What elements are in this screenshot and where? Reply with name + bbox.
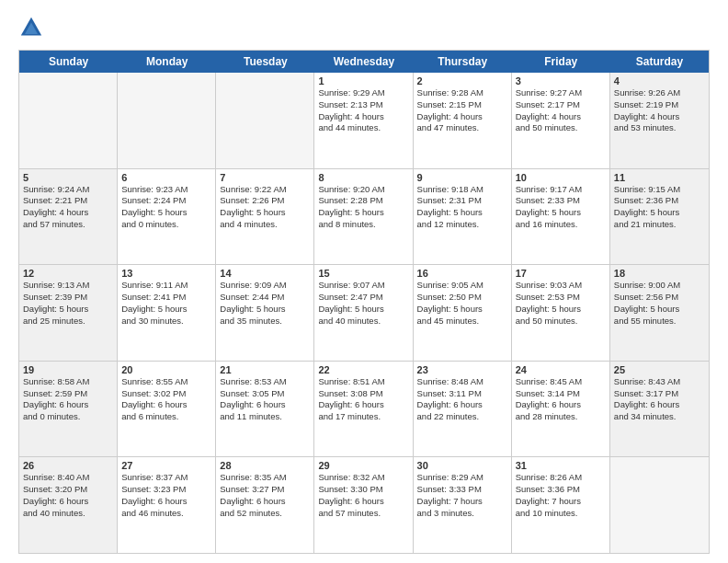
cell-line-2: Daylight: 5 hours	[121, 304, 187, 314]
cell-line-1: Sunset: 2:15 PM	[417, 99, 482, 109]
cell-line-1: Sunset: 2:24 PM	[121, 195, 186, 205]
calendar-cell-4-0: 26Sunrise: 8:40 AMSunset: 3:20 PMDayligh…	[19, 457, 118, 553]
cell-line-2: Daylight: 6 hours	[23, 399, 88, 409]
weekday-header-tuesday: Tuesday	[216, 51, 314, 73]
cell-line-1: Sunset: 3:02 PM	[121, 388, 186, 398]
calendar-cell-3-4: 23Sunrise: 8:48 AMSunset: 3:11 PMDayligh…	[414, 362, 512, 457]
cell-line-1: Sunset: 3:30 PM	[318, 484, 382, 494]
cell-line-0: Sunrise: 9:07 AM	[318, 280, 384, 290]
day-number: 26	[23, 460, 113, 471]
cell-line-0: Sunrise: 9:15 AM	[614, 184, 680, 194]
calendar-cell-1-5: 10Sunrise: 9:17 AMSunset: 2:33 PMDayligh…	[512, 169, 610, 265]
cell-line-0: Sunrise: 9:13 AM	[23, 280, 89, 290]
cell-line-2: Daylight: 4 hours	[614, 111, 679, 121]
cell-content: Sunrise: 8:40 AMSunset: 3:20 PMDaylight:…	[23, 472, 113, 519]
cell-line-1: Sunset: 2:39 PM	[23, 292, 87, 302]
cell-line-0: Sunrise: 8:26 AM	[516, 472, 582, 482]
cell-line-3: and 40 minutes.	[318, 316, 381, 326]
calendar-cell-4-6	[610, 457, 709, 553]
cell-content: Sunrise: 9:28 AMSunset: 2:15 PMDaylight:…	[417, 87, 507, 134]
cell-line-2: Daylight: 5 hours	[318, 304, 383, 314]
cell-line-1: Sunset: 2:21 PM	[23, 195, 87, 205]
cell-line-0: Sunrise: 9:26 AM	[614, 87, 680, 98]
cell-line-1: Sunset: 3:36 PM	[516, 484, 580, 494]
logo	[18, 15, 48, 40]
calendar-cell-1-6: 11Sunrise: 9:15 AMSunset: 2:36 PMDayligh…	[610, 169, 709, 265]
cell-content: Sunrise: 9:18 AMSunset: 2:31 PMDaylight:…	[417, 184, 507, 231]
cell-line-1: Sunset: 2:33 PM	[516, 195, 580, 205]
cell-line-3: and 40 minutes.	[23, 508, 85, 518]
day-number: 3	[516, 75, 606, 86]
cell-line-1: Sunset: 2:13 PM	[318, 99, 382, 109]
calendar-row-0: 1Sunrise: 9:29 AMSunset: 2:13 PMDaylight…	[19, 73, 709, 169]
cell-line-2: Daylight: 7 hours	[516, 496, 581, 506]
cell-line-3: and 25 minutes.	[23, 316, 85, 326]
cell-line-1: Sunset: 3:33 PM	[417, 484, 482, 494]
calendar-cell-1-0: 5Sunrise: 9:24 AMSunset: 2:21 PMDaylight…	[19, 169, 118, 265]
cell-line-1: Sunset: 2:59 PM	[23, 388, 87, 398]
cell-line-3: and 57 minutes.	[318, 508, 381, 518]
calendar-cell-0-2	[216, 73, 314, 168]
day-number: 8	[318, 172, 408, 183]
day-number: 23	[417, 364, 507, 375]
cell-line-1: Sunset: 2:17 PM	[516, 99, 580, 109]
cell-content: Sunrise: 9:00 AMSunset: 2:56 PMDaylight:…	[614, 280, 705, 327]
calendar-cell-3-0: 19Sunrise: 8:58 AMSunset: 2:59 PMDayligh…	[19, 362, 118, 457]
day-number: 22	[318, 364, 408, 375]
cell-line-0: Sunrise: 8:51 AM	[318, 376, 384, 386]
cell-line-0: Sunrise: 9:11 AM	[121, 280, 188, 290]
day-number: 7	[220, 172, 310, 183]
day-number: 2	[417, 75, 507, 86]
day-number: 6	[121, 172, 211, 183]
logo-icon	[18, 15, 44, 40]
header	[18, 15, 710, 40]
cell-content: Sunrise: 9:05 AMSunset: 2:50 PMDaylight:…	[417, 280, 507, 327]
cell-content: Sunrise: 9:22 AMSunset: 2:26 PMDaylight:…	[220, 184, 310, 231]
calendar-row-1: 5Sunrise: 9:24 AMSunset: 2:21 PMDaylight…	[19, 169, 709, 266]
cell-line-2: Daylight: 5 hours	[220, 304, 285, 314]
calendar-header: SundayMondayTuesdayWednesdayThursdayFrid…	[19, 51, 709, 73]
calendar-cell-4-3: 29Sunrise: 8:32 AMSunset: 3:30 PMDayligh…	[314, 457, 413, 553]
cell-content: Sunrise: 9:11 AMSunset: 2:41 PMDaylight:…	[121, 280, 211, 327]
calendar-cell-2-2: 14Sunrise: 9:09 AMSunset: 2:44 PMDayligh…	[216, 265, 314, 361]
weekday-header-saturday: Saturday	[610, 51, 709, 73]
calendar-cell-3-2: 21Sunrise: 8:53 AMSunset: 3:05 PMDayligh…	[216, 362, 314, 457]
calendar-cell-3-1: 20Sunrise: 8:55 AMSunset: 3:02 PMDayligh…	[118, 362, 216, 457]
cell-content: Sunrise: 8:37 AMSunset: 3:23 PMDaylight:…	[121, 472, 211, 519]
calendar-cell-4-1: 27Sunrise: 8:37 AMSunset: 3:23 PMDayligh…	[118, 457, 216, 553]
calendar-cell-0-4: 2Sunrise: 9:28 AMSunset: 2:15 PMDaylight…	[414, 73, 512, 168]
cell-line-1: Sunset: 3:23 PM	[121, 484, 186, 494]
cell-line-3: and 8 minutes.	[318, 219, 375, 229]
cell-content: Sunrise: 8:45 AMSunset: 3:14 PMDaylight:…	[516, 376, 606, 423]
cell-line-2: Daylight: 5 hours	[417, 207, 483, 217]
cell-line-2: Daylight: 4 hours	[516, 111, 581, 121]
cell-content: Sunrise: 8:35 AMSunset: 3:27 PMDaylight:…	[220, 472, 310, 519]
calendar-cell-2-4: 16Sunrise: 9:05 AMSunset: 2:50 PMDayligh…	[414, 265, 512, 361]
cell-line-0: Sunrise: 9:24 AM	[23, 184, 89, 194]
day-number: 13	[121, 268, 211, 279]
calendar-cell-0-0	[19, 73, 118, 168]
cell-line-2: Daylight: 5 hours	[318, 207, 383, 217]
cell-line-0: Sunrise: 9:03 AM	[516, 280, 582, 290]
cell-line-1: Sunset: 2:26 PM	[220, 195, 284, 205]
day-number: 11	[614, 172, 705, 183]
cell-line-3: and 6 minutes.	[121, 411, 178, 421]
cell-line-0: Sunrise: 8:37 AM	[121, 472, 188, 482]
calendar-cell-3-5: 24Sunrise: 8:45 AMSunset: 3:14 PMDayligh…	[512, 362, 610, 457]
calendar-cell-4-4: 30Sunrise: 8:29 AMSunset: 3:33 PMDayligh…	[414, 457, 512, 553]
cell-line-1: Sunset: 2:41 PM	[121, 292, 186, 302]
cell-line-3: and 11 minutes.	[220, 411, 282, 421]
day-number: 12	[23, 268, 113, 279]
cell-content: Sunrise: 9:20 AMSunset: 2:28 PMDaylight:…	[318, 184, 408, 231]
cell-line-0: Sunrise: 9:29 AM	[318, 87, 384, 98]
cell-line-0: Sunrise: 9:27 AM	[516, 87, 582, 98]
calendar-cell-1-2: 7Sunrise: 9:22 AMSunset: 2:26 PMDaylight…	[216, 169, 314, 265]
cell-line-2: Daylight: 6 hours	[318, 496, 383, 506]
day-number: 1	[318, 75, 408, 86]
cell-line-0: Sunrise: 8:29 AM	[417, 472, 483, 482]
cell-line-3: and 0 minutes.	[121, 219, 178, 229]
day-number: 10	[516, 172, 606, 183]
calendar-cell-0-6: 4Sunrise: 9:26 AMSunset: 2:19 PMDaylight…	[610, 73, 709, 168]
cell-line-2: Daylight: 6 hours	[220, 496, 285, 506]
cell-line-3: and 55 minutes.	[614, 316, 677, 326]
